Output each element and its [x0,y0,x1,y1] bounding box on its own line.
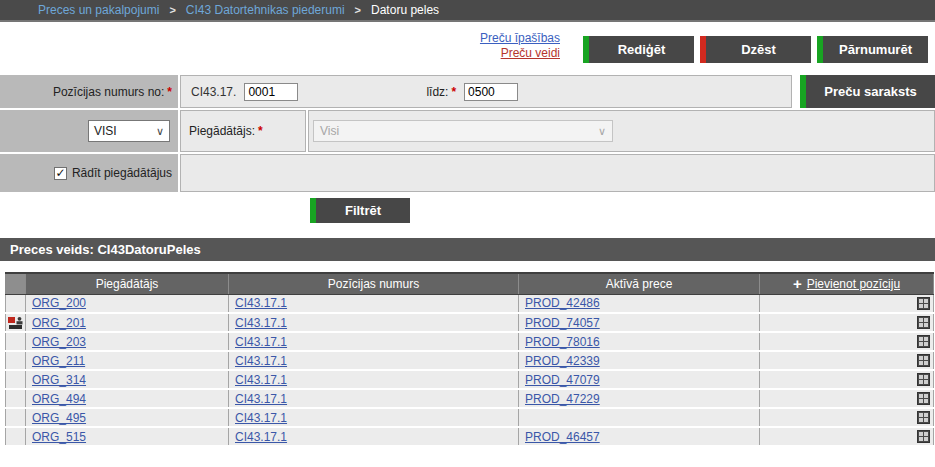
active-product-link[interactable]: PROD_46457 [525,430,600,444]
active-product-link[interactable]: PROD_42339 [525,354,600,368]
table-row: ORG_314CI43.17.1PROD_47079 [6,370,934,389]
supplier-cell: ORG_200 [26,294,229,313]
header-links: Preču īpašības Preču veidi [480,31,560,61]
active-product-link[interactable]: PROD_74057 [525,316,600,330]
position-link[interactable]: CI43.17.1 [235,392,287,406]
supplier-link[interactable]: ORG_314 [32,373,86,387]
breadcrumb-link-category[interactable]: CI43 Datortehnikas piederumi [186,3,345,17]
table-row: ORG_494CI43.17.1PROD_47229 [6,389,934,408]
active-product-link[interactable]: PROD_47229 [525,392,600,406]
active-product-cell: PROD_74057 [519,313,760,332]
position-to-input[interactable] [464,83,518,101]
supplier-link[interactable]: ORG_203 [32,335,86,349]
filter-button[interactable]: Filtrēt [310,198,410,223]
position-link[interactable]: CI43.17.1 [235,354,287,368]
position-link[interactable]: CI43.17.1 [235,373,287,387]
supplier-link[interactable]: ORG_515 [32,430,86,444]
action-buttons: Rediģēt Dzēst Pārnumurēt [583,36,928,63]
active-product-link[interactable]: PROD_42486 [525,296,600,310]
position-link[interactable]: CI43.17.1 [235,411,287,425]
row-actions-cell [760,389,934,408]
supplier-link[interactable]: ORG_495 [32,411,86,425]
supplier-link[interactable]: ORG_201 [32,316,86,330]
grid-icon-button[interactable] [917,354,930,367]
position-link[interactable]: CI43.17.1 [235,296,287,310]
position-link[interactable]: CI43.17.1 [235,316,287,330]
row-actions-cell [760,408,934,427]
row-status-cell [6,370,26,389]
breadcrumb-link-products-services[interactable]: Preces un pakalpojumi [38,3,159,17]
filter-form: Pozīcijas numurs no: * CI43.17. līdz: * … [0,75,935,192]
position-number-row: Pozīcijas numurs no: * CI43.17. līdz: * … [0,75,935,108]
filter-button-row: Filtrēt [0,198,935,223]
active-product-cell: PROD_46457 [519,427,760,446]
supplier-label-cell: Piegādātājs: * [180,110,306,152]
active-product-cell [519,408,760,427]
supplier-link[interactable]: ORG_494 [32,392,86,406]
chevron-down-icon: ∨ [156,125,164,138]
show-suppliers-cell: ✓ Rādīt piegādātājus [0,154,178,192]
position-link[interactable]: CI43.17.1 [235,430,287,444]
product-types-link[interactable]: Preču veidi [480,46,560,61]
breadcrumb-separator: > [355,4,361,16]
chevron-down-icon: ∨ [598,125,606,138]
active-product-cell: PROD_78016 [519,332,760,351]
grid-icon-button[interactable] [917,335,930,348]
supplier-select-value: Visi [320,124,339,138]
table-row: ORG_203CI43.17.1PROD_78016 [6,332,934,351]
supplier-select: Visi ∨ [313,120,613,142]
table-row: ORG_495CI43.17.1 [6,408,934,427]
show-suppliers-label: Rādīt piegādātājus [72,166,172,180]
product-list-button[interactable]: Preču saraksts [800,75,935,108]
plus-icon: + [793,277,802,290]
row-actions-cell [760,351,934,370]
active-product-link[interactable]: PROD_47079 [525,373,600,387]
table-row: ORG_201CI43.17.1PROD_74057 [6,313,934,332]
show-suppliers-checkbox[interactable]: ✓ [54,167,67,180]
position-number-inputs: CI43.17. līdz: * [180,75,792,108]
add-position-label: Pievienot pozīciju [807,277,900,291]
active-product-cell: PROD_42486 [519,294,760,313]
to-label: līdz: [426,85,448,99]
row-actions-cell [760,427,934,446]
table-body: ORG_200CI43.17.1PROD_42486ORG_201CI43.17… [6,294,934,446]
breadcrumb-current-page: Datoru peles [371,3,439,17]
position-number-label-text: Pozīcijas numurs no: [53,85,164,99]
required-asterisk: * [167,85,172,99]
active-product-cell: PROD_47229 [519,389,760,408]
table-row: ORG_515CI43.17.1PROD_46457 [6,427,934,446]
section-header: Preces veids: CI43DatoruPeles [0,238,935,261]
supplier-cell: ORG_314 [26,370,229,389]
grid-icon-button[interactable] [917,392,930,405]
row-actions-cell [760,294,934,313]
add-position-link[interactable]: + Pievienot pozīciju [761,277,932,291]
grid-icon-button[interactable] [917,297,930,310]
category-select[interactable]: VISI ∨ [88,120,170,142]
category-select-value: VISI [94,124,117,138]
position-number-label: Pozīcijas numurs no: * [0,75,178,108]
supplier-cell: ORG_494 [26,389,229,408]
delete-button[interactable]: Dzēst [700,36,811,63]
active-product-link[interactable]: PROD_78016 [525,335,600,349]
renumber-button[interactable]: Pārnumurēt [817,36,928,63]
table-header-row: Piegādātājs Pozīcijas numurs Aktīvā prec… [6,273,934,294]
grid-icon-button[interactable] [917,316,930,329]
position-cell: CI43.17.1 [229,313,519,332]
supplier-label-text: Piegādātājs: [189,124,255,138]
supplier-cell: ORG_201 [26,313,229,332]
grid-icon-button[interactable] [917,411,930,424]
supplier-link[interactable]: ORG_200 [32,296,86,310]
table-row: ORG_200CI43.17.1PROD_42486 [6,294,934,313]
position-cell: CI43.17.1 [229,332,519,351]
row-status-cell [6,294,26,313]
grid-icon-button[interactable] [917,373,930,386]
grid-icon-button[interactable] [917,430,930,443]
row-status-cell [6,313,26,332]
position-link[interactable]: CI43.17.1 [235,335,287,349]
supplier-cell: ORG_495 [26,408,229,427]
supplier-link[interactable]: ORG_211 [32,354,85,368]
edit-button[interactable]: Rediģēt [583,36,694,63]
position-cell: CI43.17.1 [229,294,519,313]
product-properties-link[interactable]: Preču īpašības [480,31,560,46]
position-from-input[interactable] [244,83,298,101]
